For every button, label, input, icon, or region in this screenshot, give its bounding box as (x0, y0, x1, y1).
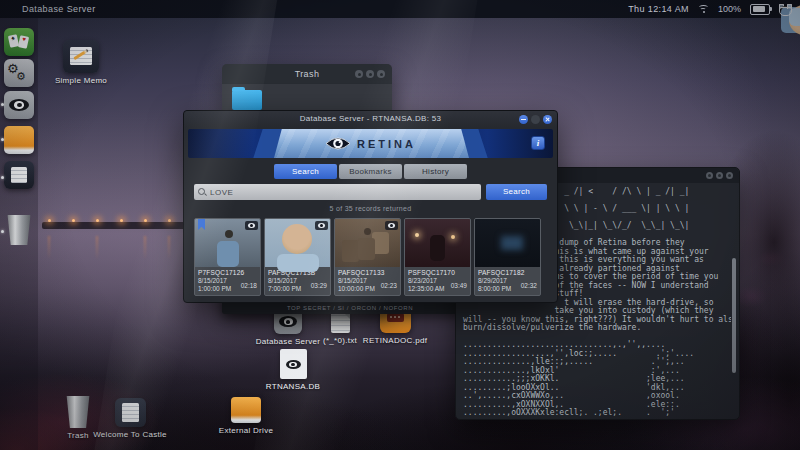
running-indicator (1, 103, 4, 106)
desktop-icon-external-drive[interactable]: External Drive (218, 397, 274, 435)
record-date: 8/15/2017 (198, 277, 231, 285)
video-thumbnail (335, 219, 400, 267)
record-date: 8/15/2017 (268, 277, 301, 285)
bookmark-icon (198, 219, 205, 230)
maximize-button[interactable] (366, 70, 374, 78)
terminal-scrollbar[interactable] (732, 258, 736, 373)
record-date: 8/23/2017 (408, 277, 445, 285)
record-date: 8/29/2017 (478, 277, 511, 285)
classification-text: TOP SECRET / SI / ORCON / NOFORN (287, 305, 413, 311)
record-time: 10:00:00 PM (338, 285, 375, 293)
eye-icon (279, 316, 297, 327)
record-duration: 02:32 (521, 282, 537, 289)
record-time: 8:00:00 PM (478, 285, 511, 293)
record-id: P7FSQC17126 (198, 269, 257, 277)
retina-banner: RETINA i (188, 129, 553, 158)
info-button[interactable]: i (531, 136, 545, 150)
desktop-icon-rtnansa-db[interactable]: RTNANSA.DB (263, 349, 323, 391)
dock: ♠ ♥ ⚙ ⚙ (0, 18, 38, 450)
record-card[interactable]: PAFSQC1713B 8/15/2017 7:00:00 PM 03:29 (264, 218, 331, 296)
battery-percent: 100% (718, 4, 741, 14)
search-field[interactable] (194, 184, 481, 200)
retina-eye-logo-icon (325, 136, 351, 151)
record-card[interactable]: P7FSQC17126 8/15/2017 1:00:00 PM 02:18 (194, 218, 261, 296)
record-time: 7:00:00 PM (268, 285, 301, 293)
search-input[interactable] (210, 184, 479, 200)
clock: Thu 12:14 AM (628, 4, 689, 14)
desktop: Database Server Thu 12:14 AM 100% ♠ ♥ ⚙ … (0, 0, 800, 450)
record-card[interactable]: PAFSQC17182 8/29/2017 8:00:00 PM 02:32 (474, 218, 541, 296)
desktop-icon-simple-memo[interactable]: Simple Memo (56, 40, 106, 85)
minimize-button[interactable] (355, 70, 363, 78)
video-thumbnail (405, 219, 470, 267)
memo-paper-icon (11, 167, 27, 183)
viewed-eye-icon (315, 221, 328, 230)
folder-icon[interactable] (232, 90, 262, 110)
db-tabs: Search Bookmarks History (184, 164, 557, 179)
record-duration: 02:23 (381, 282, 397, 289)
record-cards: P7FSQC17126 8/15/2017 1:00:00 PM 02:18 P… (194, 218, 557, 296)
running-indicator (1, 138, 4, 141)
db-window-titlebar[interactable]: Database Server - RTNANSA.DB: 53 (184, 111, 557, 127)
record-duration: 03:49 (451, 282, 467, 289)
record-id: PSFSQC17170 (408, 269, 467, 277)
running-indicator (1, 230, 4, 233)
external-drive-icon (231, 397, 261, 423)
dock-item-trash[interactable] (6, 215, 32, 245)
background-pier (42, 212, 192, 272)
dock-item-solitaire[interactable]: ♠ ♥ (4, 28, 34, 56)
search-button[interactable]: Search (486, 184, 547, 200)
record-card[interactable]: PSFSQC17170 8/23/2017 12:35:00 AM 03:49 (404, 218, 471, 296)
viewed-eye-icon (245, 221, 258, 230)
eye-icon (9, 99, 29, 111)
playing-card-icon: ♥ (18, 35, 29, 49)
memo-app-icon (63, 40, 99, 73)
record-time: 12:35:00 AM (408, 285, 445, 293)
database-file-icon (280, 349, 307, 379)
video-thumbnail (265, 219, 330, 267)
video-thumbnail (475, 219, 540, 267)
battery-icon (750, 4, 770, 15)
text-file-icon (331, 311, 350, 333)
close-button[interactable] (543, 115, 552, 124)
close-button[interactable] (726, 172, 733, 179)
trash-window-titlebar[interactable]: Trash (222, 64, 392, 84)
tab-bookmarks[interactable]: Bookmarks (339, 164, 402, 179)
db-window-title: Database Server - RTNANSA.DB: 53 (184, 111, 557, 127)
help-button[interactable] (531, 115, 540, 124)
dock-item-memo[interactable] (4, 161, 34, 189)
maximize-button[interactable] (716, 172, 723, 179)
tab-search[interactable]: Search (274, 164, 337, 179)
video-thumbnail (195, 219, 260, 267)
eye-icon (286, 360, 301, 369)
close-button[interactable] (377, 70, 385, 78)
dock-item-database-server[interactable] (4, 91, 34, 119)
desktop-icon-welcome-to-castle[interactable]: Welcome To Castle (95, 398, 165, 439)
record-date: 8/15/2017 (338, 277, 375, 285)
record-time: 1:00:00 PM (198, 285, 231, 293)
record-id: PAFSQC17182 (478, 269, 537, 277)
dock-item-settings[interactable]: ⚙ ⚙ (4, 59, 34, 87)
running-indicator (1, 176, 4, 179)
minimize-button[interactable] (706, 172, 713, 179)
dock-item-external-drive[interactable] (4, 126, 34, 154)
search-icon (198, 188, 207, 197)
record-duration: 02:18 (241, 282, 257, 289)
retina-logo-text: RETINA (357, 138, 416, 150)
record-duration: 03:29 (311, 282, 327, 289)
trash-can-icon (65, 396, 92, 428)
document-app-icon (115, 398, 146, 427)
castle-menu-icon[interactable] (779, 4, 792, 15)
minimize-button[interactable] (519, 115, 528, 124)
desktop-icon-txt-file[interactable]: (*_*0).txt (314, 311, 366, 345)
tab-history[interactable]: History (404, 164, 467, 179)
record-id: PAFSQC17133 (338, 269, 397, 277)
top-bar: Database Server Thu 12:14 AM 100% (0, 0, 800, 18)
wifi-icon (698, 5, 709, 13)
record-card[interactable]: PAFSQC17133 8/15/2017 10:00:00 PM 02:23 (334, 218, 401, 296)
gear-icon: ⚙ (16, 70, 26, 83)
active-app-title: Database Server (22, 4, 96, 14)
results-count: 5 of 35 records returned (184, 205, 557, 212)
viewed-eye-icon (385, 221, 398, 230)
database-server-window: Database Server - RTNANSA.DB: 53 RETINA … (183, 110, 558, 303)
